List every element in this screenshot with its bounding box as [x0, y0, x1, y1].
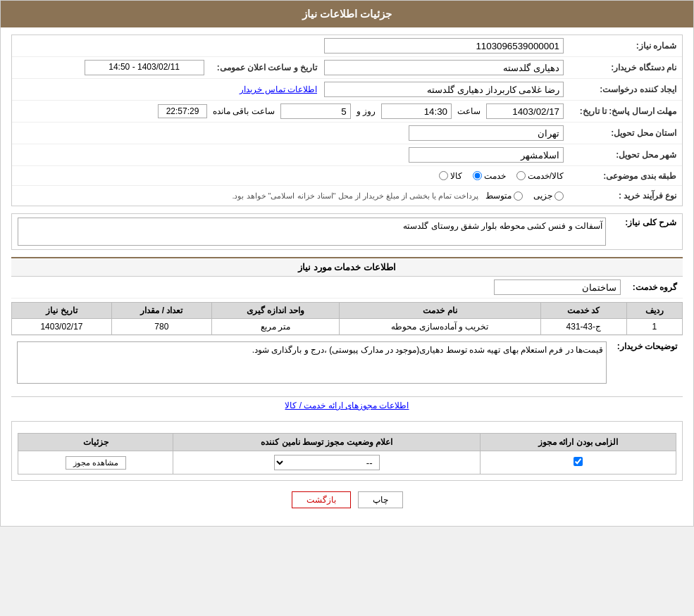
col-unit: واحد اندازه گیری — [211, 303, 340, 319]
radio-jozi-label: جزیی — [533, 191, 552, 201]
mojoz-table: الزامی بودن ارائه مجوز اعلام وضعیت مجوز … — [18, 433, 676, 474]
cell-date: 1403/02/17 — [12, 319, 112, 335]
section-link-text[interactable]: اطلاعات مجوزهای ارائه خدمت / کالا — [285, 401, 409, 410]
mojoz-section: الزامی بودن ارائه مجوز اعلام وضعیت مجوز … — [11, 421, 683, 481]
baghi-label: ساعت باقی مانده — [213, 106, 275, 116]
ijad-konande-row: ایجاد کننده درخواست: اطلاعات تماس خریدار — [12, 79, 682, 101]
section-link[interactable]: اطلاعات مجوزهای ارائه خدمت / کالا — [11, 396, 683, 414]
group-input[interactable] — [494, 279, 621, 295]
col-date: تاریخ نیاز — [12, 303, 112, 319]
radio-kala-khedmat-label: کالا/خدمت — [528, 171, 564, 181]
mohlat-roz-input[interactable] — [280, 103, 351, 119]
print-button[interactable]: چاپ — [358, 491, 403, 508]
mojoz-elzami-cell — [480, 451, 676, 474]
shahr-row: شهر محل تحویل: — [12, 144, 682, 166]
tozihat-label: توضیحات خریدار: — [607, 341, 677, 351]
view-mojoz-button[interactable]: مشاهده مجوز — [66, 456, 126, 470]
page-header: جزئیات اطلاعات نیاز — [1, 1, 693, 27]
page-wrapper: جزئیات اطلاعات نیاز شماره نیاز: نام دستگ… — [0, 0, 694, 527]
info-section: شماره نیاز: نام دستگاه خریدار: تاریخ و س… — [11, 34, 683, 206]
back-button[interactable]: بازگشت — [292, 491, 351, 508]
shomare-niaz-input[interactable] — [324, 38, 564, 54]
mojoz-col-alam: اعلام وضعیت مجوز توسط نامین کننده — [173, 434, 481, 451]
col-radif: ردیف — [626, 303, 682, 319]
sharh-row: شرح کلی نیاز: آسفالت و فنس کشی محوطه بلو… — [12, 214, 682, 249]
time-remaining-value: 22:57:29 — [158, 104, 207, 118]
nam-dastgah-label: نام دستگاه خریدار: — [564, 63, 676, 73]
radio-motavaset: متوسط — [485, 191, 523, 201]
announce-date-value: 1403/02/11 - 14:50 — [85, 60, 204, 75]
radio-khedmat-label: خدمت — [484, 171, 506, 181]
sharh-label: شرح کلی نیاز: — [606, 218, 676, 227]
mohlat-date-input[interactable] — [486, 103, 564, 119]
sharh-value[interactable]: آسفالت و فنس کشی محوطه بلوار شفق روستای … — [18, 218, 606, 246]
services-title: اطلاعات خدمات مورد نیاز — [11, 257, 683, 277]
sharh-section: شرح کلی نیاز: آسفالت و فنس کشی محوطه بلو… — [11, 213, 683, 250]
col-name: نام خدمت — [340, 303, 540, 319]
ostan-label: استان محل تحویل: — [564, 128, 676, 138]
tabaqe-label: طبقه بندی موضوعی: — [564, 171, 676, 181]
cell-name: تخریب و آماده‌سازی محوطه — [340, 319, 540, 335]
mojoz-row: -- مشاهده مجوز — [18, 451, 676, 474]
table-row: 1 ج-43-431 تخریب و آماده‌سازی محوطه متر … — [12, 319, 683, 335]
noe-desc: پرداخت تمام یا بخشی از مبلغ خریدار از مح… — [232, 191, 478, 201]
shomare-niaz-row: شماره نیاز: — [12, 35, 682, 57]
cell-count: 780 — [111, 319, 211, 335]
radio-jozi-input[interactable] — [554, 191, 564, 201]
radio-jozi: جزیی — [533, 191, 564, 201]
tabaqe-radio-group: کالا خدمت کالا/خدمت — [18, 171, 564, 181]
radio-kala-khedmat: کالا/خدمت — [516, 171, 564, 181]
main-content: شماره نیاز: نام دستگاه خریدار: تاریخ و س… — [1, 27, 693, 526]
tabaqe-row: طبقه بندی موضوعی: کالا خدمت کالا/خدمت — [12, 166, 682, 186]
tamas-link[interactable]: اطلاعات تماس خریدار — [240, 84, 317, 94]
nam-dastgah-row: نام دستگاه خریدار: تاریخ و ساعت اعلان عم… — [12, 57, 682, 79]
mojoz-header-row: الزامی بودن ارائه مجوز اعلام وضعیت مجوز … — [18, 434, 676, 451]
mojoz-col-elzami: الزامی بودن ارائه مجوز — [480, 434, 676, 451]
mohlat-saat-input[interactable] — [381, 103, 452, 119]
tozihat-row: توضیحات خریدار: قیمت‌ها در فرم استعلام ب… — [11, 335, 683, 389]
radio-motavaset-label: متوسط — [485, 191, 512, 201]
page-title: جزئیات اطلاعات نیاز — [302, 8, 392, 20]
cell-kod: ج-43-431 — [540, 319, 626, 335]
radio-kala-label: کالا — [450, 171, 462, 181]
radio-kala-input[interactable] — [439, 171, 448, 180]
roz-label: روز و — [357, 106, 376, 116]
mojoz-alam-cell: -- — [173, 451, 481, 474]
tozihat-value[interactable]: قیمت‌ها در فرم استعلام بهای تهیه شده توس… — [17, 341, 607, 384]
col-count: تعداد / مقدار — [111, 303, 211, 319]
group-label: گروه خدمت: — [621, 282, 677, 292]
shahr-input[interactable] — [409, 147, 564, 163]
shomare-niaz-value — [18, 38, 564, 54]
mohlat-row: مهلت ارسال پاسخ: تا تاریخ: ساعت روز و سا… — [12, 101, 682, 122]
cell-radif: 1 — [626, 319, 682, 335]
group-row: گروه خدمت: — [11, 277, 683, 298]
noe-label: نوع فرآیند خرید : — [564, 191, 676, 201]
shomare-niaz-label: شماره نیاز: — [564, 41, 676, 51]
radio-motavaset-input[interactable] — [514, 191, 523, 201]
noe-radio-group: جزیی متوسط — [485, 191, 564, 201]
mojoz-col-joz: جزئیات — [18, 434, 173, 451]
mojoz-checkbox[interactable] — [574, 457, 583, 466]
radio-kala: کالا — [439, 171, 462, 181]
announce-label: تاریخ و ساعت اعلان عمومی: — [211, 63, 317, 73]
radio-kala-khedmat-input[interactable] — [516, 171, 526, 180]
radio-khedmat-input[interactable] — [473, 171, 482, 180]
ijad-konande-label: ایجاد کننده درخواست: — [564, 84, 676, 94]
mojoz-joz-cell: مشاهده مجوز — [18, 451, 173, 474]
services-table: ردیف کد خدمت نام خدمت واحد اندازه گیری ت… — [11, 302, 683, 335]
ijad-konande-input[interactable] — [324, 82, 564, 97]
shahr-label: شهر محل تحویل: — [564, 150, 676, 160]
radio-khedmat: خدمت — [473, 171, 506, 181]
table-header-row: ردیف کد خدمت نام خدمت واحد اندازه گیری ت… — [12, 303, 683, 319]
mohlat-label: مهلت ارسال پاسخ: تا تاریخ: — [564, 106, 676, 116]
noe-row: نوع فرآیند خرید : جزیی متوسط — [12, 186, 682, 206]
ostan-row: استان محل تحویل: — [12, 122, 682, 144]
ostan-input[interactable] — [409, 125, 564, 141]
footer-buttons: چاپ بازگشت — [11, 481, 683, 519]
col-kod: کد خدمت — [540, 303, 626, 319]
cell-unit: متر مربع — [211, 319, 340, 335]
nam-dastgah-input[interactable] — [324, 60, 564, 75]
saat-label: ساعت — [457, 106, 481, 116]
services-section: اطلاعات خدمات مورد نیاز گروه خدمت: ردیف … — [11, 257, 683, 389]
mojoz-select[interactable]: -- — [274, 455, 380, 470]
